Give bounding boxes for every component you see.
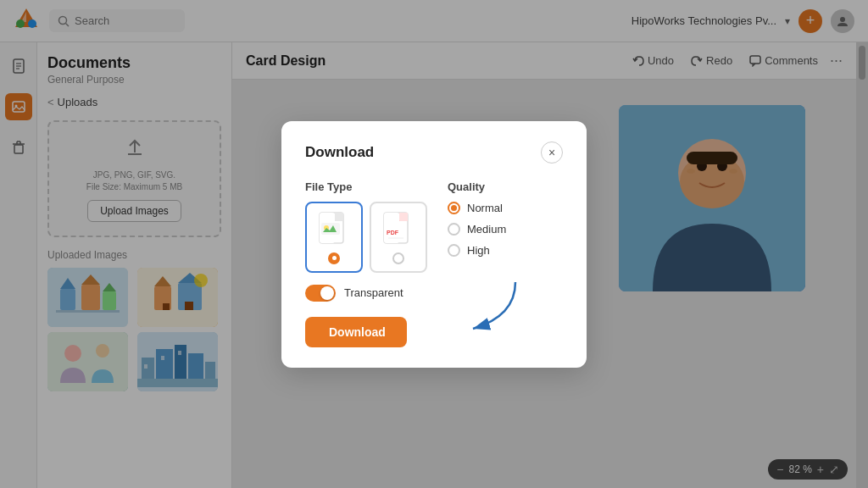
download-button[interactable]: Download	[305, 317, 407, 347]
svg-rect-65	[384, 213, 399, 243]
file-type-pdf[interactable]: PDF	[370, 202, 427, 273]
transparent-label: Transparent	[344, 286, 403, 299]
transparent-toggle[interactable]	[305, 285, 336, 302]
svg-text:PDF: PDF	[387, 230, 399, 236]
quality-medium-radio	[448, 223, 460, 236]
modal-title: Download	[305, 144, 374, 161]
quality-normal-label: Normal	[467, 202, 503, 214]
modal-body: File Type PNG	[305, 180, 563, 347]
arrow-indicator	[448, 274, 549, 341]
quality-medium[interactable]: Medium	[448, 223, 563, 236]
quality-label: Quality	[448, 180, 563, 193]
svg-rect-66	[399, 213, 408, 221]
file-type-label: File Type	[305, 180, 427, 193]
quality-normal[interactable]: Normal	[448, 202, 563, 214]
quality-options: Normal Medium High	[448, 202, 563, 257]
pdf-icon: PDF	[380, 210, 417, 247]
modal-overlay: Download × File Type	[0, 0, 868, 488]
modal-header: Download ×	[305, 141, 563, 164]
file-type-png[interactable]: PNG	[305, 202, 363, 273]
file-type-grid: PNG	[305, 202, 427, 273]
quality-normal-radio	[448, 202, 460, 214]
download-modal: Download × File Type	[281, 121, 587, 368]
quality-medium-label: Medium	[467, 223, 506, 236]
toggle-knob	[320, 286, 334, 300]
modal-quality-section: Quality Normal Medium High	[448, 180, 563, 347]
quality-high-radio	[448, 244, 460, 257]
svg-rect-60	[335, 213, 343, 221]
png-radio	[328, 252, 340, 264]
transparent-row: Transparent	[305, 285, 427, 302]
png-icon: PNG	[315, 210, 353, 247]
modal-file-type-section: File Type PNG	[305, 180, 427, 347]
quality-high-label: High	[467, 244, 490, 257]
pdf-radio	[392, 252, 404, 264]
quality-high[interactable]: High	[448, 244, 563, 257]
modal-close-button[interactable]: ×	[541, 141, 563, 164]
